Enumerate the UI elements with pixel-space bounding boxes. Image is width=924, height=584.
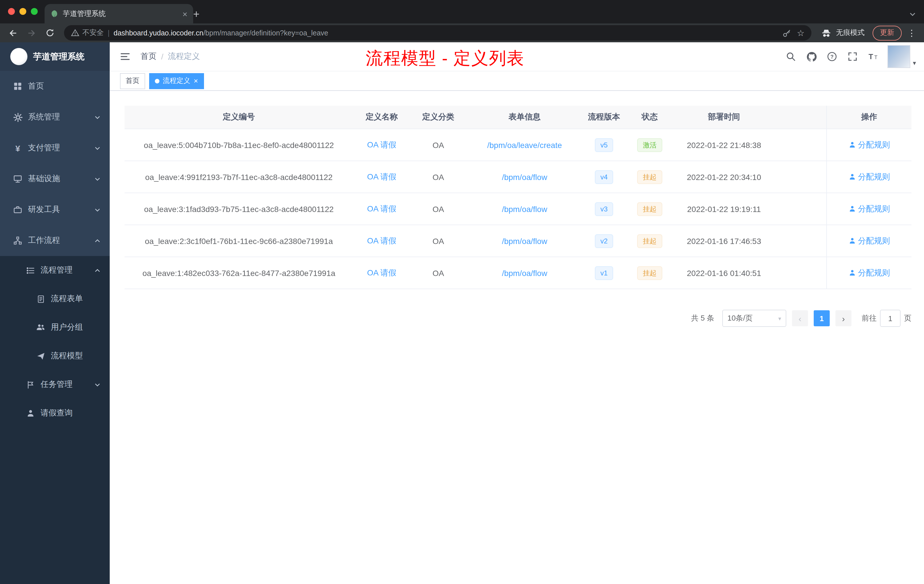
- assign-rule-link[interactable]: 分配规则: [848, 172, 890, 182]
- page-goto-input[interactable]: [880, 310, 901, 327]
- definition-name-link[interactable]: OA 请假: [367, 204, 396, 214]
- sidebar-item-label: 基础设施: [28, 174, 60, 184]
- form-link[interactable]: /bpm/oa/flow: [502, 204, 548, 213]
- github-icon[interactable]: [805, 50, 818, 63]
- person-icon: [25, 409, 35, 417]
- window-zoom-button[interactable]: [31, 8, 38, 15]
- incognito-label: 无痕模式: [836, 28, 865, 38]
- search-icon[interactable]: [785, 50, 797, 63]
- form-link[interactable]: /bpm/oa/flow: [502, 236, 548, 246]
- key-icon[interactable]: [782, 28, 791, 38]
- next-page-button[interactable]: ›: [835, 310, 851, 326]
- sidebar-item-label: 流程管理: [41, 265, 73, 276]
- hamburger-icon[interactable]: [110, 51, 140, 62]
- breadcrumb-home[interactable]: 首页: [140, 51, 157, 62]
- person-icon: [848, 141, 856, 148]
- breadcrumb-current: 流程定义: [168, 51, 200, 62]
- tag-process-definition[interactable]: 流程定义 ×: [149, 73, 204, 89]
- window-minimize-button[interactable]: [20, 8, 26, 15]
- screen: 芋道管理系统 × + 不安全 | dashboard.yudao.iocod: [0, 0, 924, 584]
- tags-view: 首页 流程定义 ×: [110, 71, 924, 91]
- person-icon: [848, 205, 856, 213]
- person-icon: [848, 269, 856, 277]
- page-size-select[interactable]: 10条/页 ▾: [722, 310, 786, 327]
- assign-rule-label: 分配规则: [858, 140, 890, 150]
- assign-rule-link[interactable]: 分配规则: [848, 140, 890, 150]
- prev-page-button[interactable]: ‹: [792, 310, 808, 326]
- sidebar-item-leave-query[interactable]: 请假查询: [0, 399, 110, 427]
- sidebar-item-process-model[interactable]: 流程模型: [0, 342, 110, 370]
- deploy-time: 2022-01-16 01:40:51: [674, 268, 774, 277]
- bookmark-star-icon[interactable]: ☆: [797, 28, 805, 37]
- chevron-down-icon: [94, 381, 101, 388]
- tag-close-icon[interactable]: ×: [194, 77, 198, 84]
- column-header: 定义分类: [410, 112, 466, 122]
- page-content: 定义编号 定义名称 定义分类 表单信息 流程版本 状态 部署时间 操作 oa_l…: [110, 91, 924, 584]
- definition-category: OA: [410, 140, 466, 149]
- form-link[interactable]: /bpm/oa/flow: [502, 268, 548, 277]
- reload-icon[interactable]: [42, 25, 57, 40]
- pagination-total: 共 5 条: [691, 313, 714, 323]
- avatar[interactable]: [888, 45, 911, 68]
- page-number-button[interactable]: 1: [814, 310, 830, 326]
- sidebar-item-home[interactable]: 首页: [0, 71, 110, 102]
- definition-category: OA: [410, 204, 466, 213]
- user-menu[interactable]: ▾: [888, 45, 916, 68]
- assign-rule-link[interactable]: 分配规则: [848, 268, 890, 278]
- status-badge: 挂起: [637, 266, 662, 280]
- assign-rule-link[interactable]: 分配规则: [848, 204, 890, 214]
- sidebar-item-label: 系统管理: [28, 112, 60, 122]
- definition-id: oa_leave:2:3c1f0ef1-76b1-11ec-9c66-a2380…: [125, 236, 353, 246]
- sidebar-item-process-form[interactable]: 流程表单: [0, 285, 110, 313]
- breadcrumb-separator: /: [161, 52, 163, 61]
- browser-tabstrip: 芋道管理系统 × +: [0, 0, 924, 23]
- sidebar-item-infrastructure[interactable]: 基础设施: [0, 163, 110, 194]
- sidebar-item-task-management[interactable]: 任务管理: [0, 370, 110, 399]
- sidebar-item-user-group[interactable]: 用户分组: [0, 313, 110, 342]
- table-header-row: 定义编号 定义名称 定义分类 表单信息 流程版本 状态 部署时间 操作: [125, 106, 911, 129]
- font-size-icon[interactable]: TT: [867, 50, 880, 63]
- url-text[interactable]: dashboard.yudao.iocoder.cn/bpm/manager/d…: [114, 29, 778, 37]
- address-bar[interactable]: 不安全 | dashboard.yudao.iocoder.cn/bpm/man…: [64, 25, 812, 41]
- back-icon[interactable]: [6, 25, 21, 40]
- tab-search-icon[interactable]: [909, 11, 916, 18]
- definition-category: OA: [410, 236, 466, 246]
- sidebar-item-label: 用户分组: [51, 322, 83, 333]
- app-shell: 芋道管理系统 首页 系统管理 ¥: [0, 42, 924, 584]
- sidebar-item-payment[interactable]: ¥ 支付管理: [0, 133, 110, 163]
- definition-name-link[interactable]: OA 请假: [367, 140, 396, 150]
- column-header: 表单信息: [466, 112, 583, 122]
- table-row: oa_leave:1:482ec033-762a-11ec-8477-a2380…: [125, 257, 911, 289]
- deploy-time: 2022-01-22 21:48:38: [674, 140, 774, 149]
- definition-name-link[interactable]: OA 请假: [367, 172, 396, 182]
- window-close-button[interactable]: [8, 8, 15, 15]
- security-warning[interactable]: 不安全: [71, 28, 104, 38]
- assign-rule-link[interactable]: 分配规则: [848, 236, 890, 246]
- sidebar-item-system[interactable]: 系统管理: [0, 102, 110, 133]
- sidebar-item-process-management[interactable]: 流程管理: [0, 256, 110, 285]
- sidebar-item-workflow[interactable]: 工作流程: [0, 225, 110, 256]
- browser-update-button[interactable]: 更新: [873, 25, 902, 40]
- new-tab-button[interactable]: +: [193, 8, 200, 20]
- sidebar-logo[interactable]: 芋道管理系统: [0, 42, 110, 71]
- status-badge: 激活: [637, 138, 662, 152]
- browser-tab[interactable]: 芋道管理系统 ×: [45, 4, 193, 23]
- browser-menu-icon[interactable]: ⋮: [905, 28, 918, 38]
- help-icon[interactable]: ?: [826, 50, 838, 63]
- forward-icon[interactable]: [24, 25, 39, 40]
- definition-name-link[interactable]: OA 请假: [367, 236, 396, 246]
- sidebar-item-dev-tools[interactable]: 研发工具: [0, 194, 110, 225]
- sidebar-item-label: 任务管理: [41, 379, 73, 390]
- yen-icon: ¥: [13, 143, 23, 153]
- tab-close-icon[interactable]: ×: [182, 9, 187, 18]
- column-header: 定义编号: [125, 112, 353, 122]
- form-link[interactable]: /bpm/oa/flow: [502, 172, 548, 181]
- svg-text:T: T: [869, 52, 873, 61]
- form-link[interactable]: /bpm/oa/leave/create: [487, 140, 562, 149]
- fullscreen-icon[interactable]: [846, 50, 859, 63]
- definition-name-link[interactable]: OA 请假: [367, 268, 396, 278]
- tag-home[interactable]: 首页: [120, 73, 145, 89]
- status-badge: 挂起: [637, 170, 662, 184]
- briefcase-icon: [13, 205, 23, 214]
- deploy-time: 2022-01-22 20:34:10: [674, 172, 774, 181]
